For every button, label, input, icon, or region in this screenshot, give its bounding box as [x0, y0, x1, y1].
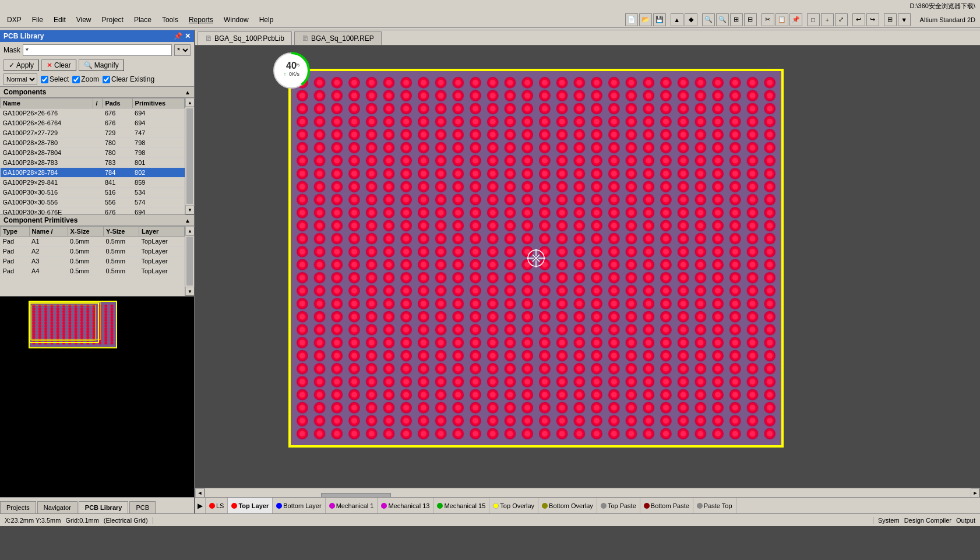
- menu-reports[interactable]: Reports: [184, 15, 218, 25]
- export-btn[interactable]: ◆: [685, 13, 697, 26]
- comp-scroll-up[interactable]: ▲: [185, 98, 195, 107]
- layer-tab-toplayer[interactable]: Top Layer: [228, 498, 273, 514]
- components-collapse-btn[interactable]: ▲: [185, 89, 191, 96]
- tab-pcb[interactable]: PCB: [129, 501, 156, 513]
- prim-scroll-up[interactable]: ▲: [185, 226, 195, 235]
- tab-rep-file[interactable]: 🖹 BGA_Sq_100P.REP: [294, 31, 382, 45]
- menu-file[interactable]: File: [27, 15, 48, 25]
- col-pads[interactable]: Pads: [103, 98, 132, 108]
- tab-pcblib-file[interactable]: 🖹 BGA_Sq_100P.PcbLib: [198, 31, 292, 45]
- list-item[interactable]: PadA10.5mm0.5mmTopLayer: [1, 237, 185, 246]
- components-scrollbar[interactable]: ▲ ▼: [185, 98, 194, 214]
- comp-scroll-thumb[interactable]: [186, 108, 193, 204]
- prim-scroll-down[interactable]: ▼: [185, 287, 195, 296]
- new-file-btn[interactable]: 📄: [625, 13, 638, 26]
- magnify-button[interactable]: 🔍 Magnify: [79, 59, 124, 71]
- table-row[interactable]: GA100P26×26-676676694: [1, 108, 185, 118]
- col-name[interactable]: Name: [1, 98, 93, 108]
- zoom-sel-btn[interactable]: ⊟: [744, 13, 757, 26]
- zoom-out-btn[interactable]: 🔍: [716, 13, 729, 26]
- route-btn[interactable]: ⤢: [835, 13, 848, 26]
- layer-tab-bottompaste[interactable]: Bottom Paste: [640, 498, 693, 514]
- menu-dxp[interactable]: DXP: [2, 15, 26, 25]
- menu-window[interactable]: Window: [219, 15, 253, 25]
- select-checkbox[interactable]: [41, 76, 48, 83]
- layer-tab-bottomlayer[interactable]: Bottom Layer: [273, 498, 325, 514]
- menu-tools[interactable]: Tools: [157, 15, 183, 25]
- panel-close-btn[interactable]: ✕: [185, 32, 191, 40]
- menu-project[interactable]: Project: [97, 15, 128, 25]
- save-btn[interactable]: 💾: [653, 13, 666, 26]
- list-item[interactable]: PadA30.5mm0.5mmTopLayer: [1, 256, 185, 266]
- comp-scroll-down[interactable]: ▼: [185, 205, 195, 214]
- col-primitives[interactable]: Primitives: [132, 98, 184, 108]
- scroll-left-btn[interactable]: ◄: [195, 488, 205, 498]
- rect-btn[interactable]: □: [807, 13, 820, 26]
- menu-edit[interactable]: Edit: [49, 15, 70, 25]
- layer-tab-pastetop[interactable]: Paste Top: [693, 498, 736, 514]
- clear-button[interactable]: ✕ Clear: [41, 59, 76, 71]
- table-row[interactable]: GA100P30×30-556556574: [1, 198, 185, 207]
- mask-input[interactable]: [23, 44, 172, 56]
- table-row[interactable]: GA100P28×28-7804780798: [1, 148, 185, 158]
- layer-tab-mech1[interactable]: Mechanical 1: [326, 498, 378, 514]
- prim-col-xsize[interactable]: X-Size: [68, 227, 104, 237]
- menu-place[interactable]: Place: [129, 15, 156, 25]
- layer-tab-ls[interactable]: LS: [206, 498, 228, 514]
- components-scroll[interactable]: Name / Pads Primitives GA100P26×26-67667…: [0, 98, 185, 214]
- grid-type-text: (Electrical Grid): [104, 517, 148, 524]
- list-item[interactable]: PadA40.5mm0.5mmTopLayer: [1, 266, 185, 276]
- panel-pin-btn[interactable]: 📌: [174, 32, 182, 40]
- layer-tab-topoverlay[interactable]: Top Overlay: [489, 498, 538, 514]
- menu-view[interactable]: View: [72, 15, 96, 25]
- panel-titlebar-icons: 📌 ✕: [174, 32, 191, 40]
- zoom-fit-btn[interactable]: ⊞: [730, 13, 743, 26]
- table-row[interactable]: GA100P28×28-783783801: [1, 158, 185, 168]
- layer-tab-bottomoverlay[interactable]: Bottom Overlay: [538, 498, 597, 514]
- prim-col-ysize[interactable]: Y-Size: [104, 227, 139, 237]
- layer-tab-mech15[interactable]: Mechanical 15: [433, 498, 489, 514]
- apply-button[interactable]: ✓ Apply: [3, 59, 39, 71]
- layer-expand-btn[interactable]: ▶: [195, 498, 206, 514]
- paste-btn[interactable]: 📌: [789, 13, 802, 26]
- prim-scroll-thumb[interactable]: [186, 237, 193, 286]
- grid-dd-btn[interactable]: ▼: [898, 13, 911, 26]
- plus-btn[interactable]: +: [821, 13, 834, 26]
- normal-select[interactable]: Normal: [3, 73, 37, 85]
- h-scrollbar[interactable]: ◄ ►: [195, 488, 980, 497]
- tab-projects[interactable]: Projects: [0, 501, 36, 513]
- table-row[interactable]: GA100P27×27-729729747: [1, 128, 185, 138]
- table-row[interactable]: GA100P29×29-841841859: [1, 178, 185, 188]
- clear-existing-checkbox[interactable]: [103, 76, 110, 83]
- list-item[interactable]: PadA20.5mm0.5mmTopLayer: [1, 246, 185, 256]
- prim-col-type[interactable]: Type: [1, 227, 30, 237]
- col-sort[interactable]: /: [93, 98, 103, 108]
- table-row[interactable]: GA100P28×28-780780798: [1, 138, 185, 148]
- import-btn[interactable]: ▲: [671, 13, 683, 26]
- primitives-collapse-btn[interactable]: ▲: [185, 217, 191, 224]
- tab-navigator[interactable]: Navigator: [37, 501, 77, 513]
- undo-btn[interactable]: ↩: [852, 13, 865, 26]
- cut-btn[interactable]: ✂: [762, 13, 774, 26]
- table-row[interactable]: GA100P30×30-676E676694: [1, 207, 185, 215]
- mask-dropdown[interactable]: *: [174, 44, 191, 56]
- grid-btn[interactable]: ⊞: [884, 13, 897, 26]
- table-row[interactable]: GA100P26×26-6764676694: [1, 118, 185, 128]
- copy-btn[interactable]: 📋: [775, 13, 788, 26]
- layer-tab-mech13[interactable]: Mechanical 13: [378, 498, 433, 514]
- open-btn[interactable]: 📂: [639, 13, 652, 26]
- zoom-checkbox[interactable]: [72, 76, 80, 83]
- table-row[interactable]: GA100P28×28-784784802: [1, 168, 185, 178]
- primitives-scroll[interactable]: Type Name / X-Size Y-Size Layer PadA10.5…: [0, 226, 185, 296]
- scroll-right-btn[interactable]: ►: [971, 488, 980, 498]
- layer-tab-toppaste[interactable]: Top Paste: [597, 498, 640, 514]
- zoom-in-btn[interactable]: 🔍: [702, 13, 715, 26]
- tab-pcblibrary[interactable]: PCB Library: [79, 501, 129, 513]
- pcb-area[interactable]: 40 % ↑ 0K/s: [195, 45, 980, 513]
- redo-btn[interactable]: ↪: [866, 13, 879, 26]
- table-row[interactable]: GA100P30×30-516516534: [1, 188, 185, 198]
- primitives-scrollbar[interactable]: ▲ ▼: [185, 226, 194, 296]
- prim-col-name[interactable]: Name /: [29, 227, 68, 237]
- menu-help[interactable]: Help: [255, 15, 279, 25]
- prim-col-layer[interactable]: Layer: [139, 227, 184, 237]
